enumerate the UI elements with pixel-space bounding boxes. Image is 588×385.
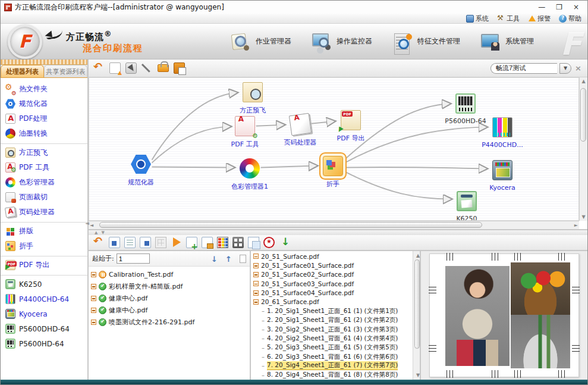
header-button-特征文件管理[interactable]: 特征文件管理 <box>392 33 460 51</box>
pipeline-close-button[interactable]: × <box>574 64 583 73</box>
surface-page-row[interactable]: –6. 20_Sig3_Sheet1_背面_61 (6) (文件第6页) <box>253 352 413 361</box>
sidebar-item-方正预飞[interactable]: 方正预飞 <box>1 145 87 160</box>
sidebar-item-油墨转换[interactable]: 油墨转换 <box>1 126 87 141</box>
download-icon[interactable] <box>279 237 290 248</box>
job-file-row[interactable]: 彩机样册文件-精简版.pdf <box>91 280 250 292</box>
surface-page-row[interactable]: –3. 20_Sig2_Sheet1_正面_61 (3) (文件第3页) <box>253 325 413 334</box>
job-file-row[interactable]: 健康中心.pdf <box>91 292 250 304</box>
scroll-up-arrow-icon[interactable]: ▲ <box>580 77 586 85</box>
run-icon[interactable] <box>171 237 182 248</box>
line-icon[interactable] <box>142 62 153 74</box>
surface-page-row[interactable]: –4. 20_Sig2_Sheet1_背面_61 (4) (文件第4页) <box>253 334 413 343</box>
table-icon[interactable] <box>217 237 228 248</box>
tree-expander-icon[interactable] <box>253 253 259 259</box>
menu-item-帮助[interactable]: 帮助 <box>559 14 581 23</box>
lock-file-icon[interactable] <box>202 237 213 248</box>
page-first-icon[interactable] <box>109 237 120 248</box>
maximize-button[interactable]: ❒ <box>556 1 562 13</box>
move-up-icon[interactable] <box>225 253 237 264</box>
pipeline-select-input[interactable] <box>490 63 557 74</box>
save-icon[interactable] <box>174 62 185 74</box>
sidebar-item-拼版[interactable]: 拼版 <box>1 224 87 239</box>
list-detail-icon[interactable] <box>232 237 244 248</box>
sidebar-item-热文件夹[interactable]: 热文件夹 <box>1 82 87 96</box>
canvas-horizontal-scrollbar[interactable]: ◄ ► <box>89 221 579 229</box>
workflow-node-p5600hd-64[interactable]: P5600HD-64 <box>445 93 486 125</box>
sidebar-item-页面裁切[interactable]: 页面裁切 <box>1 190 87 205</box>
surface-page-row[interactable]: –1. 20_Sig1_Sheet1_正面_61 (1) (文件第1页) <box>253 306 413 315</box>
workflow-node-k6250[interactable]: K6250 <box>446 191 488 221</box>
lock-icon[interactable] <box>158 64 169 72</box>
menu-item-工具[interactable]: 工具 <box>497 14 520 23</box>
tree-expander-icon[interactable] <box>253 299 259 305</box>
menu-item-报警[interactable]: 报警 <box>528 14 551 23</box>
surface-scroll-thumb[interactable] <box>414 259 420 349</box>
workflow-node-normalizer[interactable]: 规范化器 <box>120 154 162 187</box>
surface-file-row[interactable]: 20_51_Surface02_Surface.pdf <box>253 270 413 279</box>
page-text-icon[interactable] <box>124 237 136 248</box>
copy-icon[interactable] <box>248 237 259 248</box>
workflow-node-pdf-export[interactable]: PDF 导出 <box>330 110 372 143</box>
workflow-canvas[interactable]: 规范化器方正预飞PDF 工具页码处理器PDF 导出色彩管理器1折手P5600HD… <box>89 77 579 221</box>
scroll-right-arrow-icon[interactable]: ► <box>573 221 579 229</box>
header-button-作业管理器[interactable]: 作业管理器 <box>231 33 291 51</box>
workflow-node-pdf-tools[interactable]: PDF 工具 <box>224 116 266 149</box>
tree-expander-icon[interactable] <box>91 284 96 289</box>
sidebar-tab-共享资源列表[interactable]: 共享资源列表 <box>44 65 87 77</box>
panel-splitter[interactable]: ▲ ▼ <box>89 230 587 235</box>
page-insert-icon[interactable] <box>140 237 151 248</box>
sidebar-item-PDF 工具[interactable]: PDF 工具 <box>1 160 87 175</box>
canvas-vscroll-thumb[interactable] <box>580 88 586 142</box>
header-button-系统管理[interactable]: 系统管理 <box>480 33 534 51</box>
move-down-icon[interactable] <box>211 253 222 264</box>
pipeline-dropdown-button[interactable]: ▼ <box>559 63 571 74</box>
grid-disabled-icon[interactable] <box>155 237 166 248</box>
menu-item-系统[interactable]: 系统 <box>466 14 489 23</box>
surface-file-row[interactable]: 20_61_Surface.pdf <box>253 298 413 306</box>
sidebar-item-规范化器[interactable]: 规范化器 <box>1 96 87 111</box>
new-page-icon[interactable] <box>240 255 246 263</box>
sidebar-item-PDF处理[interactable]: PDF处理 <box>1 111 87 126</box>
surface-file-row[interactable]: 20_51_Surface.pdf <box>253 252 413 261</box>
job-file-row[interactable]: 健康中心.pdf <box>91 304 250 316</box>
sidebar-item-P4400CHD-64[interactable]: P4400CHD-64 <box>1 292 87 306</box>
surface-page-row[interactable]: –2. 20_Sig1_Sheet1_背面_61 (2) (文件第2页) <box>253 316 413 325</box>
workflow-node-color-manager-1[interactable]: 色彩管理器1 <box>229 158 271 191</box>
tree-expander-icon[interactable] <box>91 308 96 313</box>
sidebar-tab-处理器列表[interactable]: 处理器列表 <box>1 65 44 77</box>
workflow-node-preflight[interactable]: 方正预飞 <box>232 82 273 115</box>
tree-expander-icon[interactable] <box>91 320 96 325</box>
sidebar-item-Kyocera[interactable]: Kyocera <box>1 306 87 321</box>
workflow-node-kyocera[interactable]: Kyocera <box>482 160 523 192</box>
workflow-node-page-number-processor[interactable]: 页码处理器 <box>279 114 321 147</box>
tree-expander-icon[interactable] <box>253 272 259 277</box>
tree-expander-icon[interactable] <box>253 290 259 296</box>
sidebar-item-P5600HD-64[interactable]: P5600HD-64 <box>1 336 87 351</box>
sidebar-collapse-handle[interactable]: ◄ <box>85 220 89 226</box>
tree-expander-icon[interactable] <box>253 263 259 268</box>
surface-tree-scrollbar[interactable]: ▲ ▼ <box>413 251 421 380</box>
job-file-row[interactable]: 喷墨测试文件2-216-291.pdf <box>91 316 250 328</box>
start-at-input[interactable] <box>117 253 150 264</box>
close-button[interactable]: × <box>573 1 579 13</box>
tree-expander-icon[interactable] <box>91 296 96 301</box>
undo-icon[interactable] <box>93 62 105 74</box>
sidebar-item-P5600DHD-64[interactable]: P5600DHD-64 <box>1 321 87 336</box>
canvas-hscroll-thumb[interactable] <box>99 222 482 228</box>
scroll-left-arrow-icon[interactable]: ◄ <box>89 221 95 229</box>
canvas-vertical-scrollbar[interactable]: ▲ ▼ <box>579 77 587 221</box>
surface-scroll-up-icon[interactable]: ▲ <box>415 252 421 259</box>
header-button-操作监控器[interactable]: 操作监控器 <box>312 33 372 51</box>
workflow-node-p4400chd[interactable]: P4400CHD... <box>482 117 523 149</box>
surface-file-row[interactable]: 20_51_Surface03_Surface.pdf <box>253 279 413 288</box>
sidebar-item-K6250[interactable]: K6250 <box>1 277 87 292</box>
workflow-node-folding[interactable]: 折手 <box>312 156 354 189</box>
surface-page-row[interactable]: –7. 20_Sig4_Sheet1_正面_61 (7) (文件第7页) <box>253 361 413 370</box>
minimize-button[interactable]: — <box>538 1 545 13</box>
surface-file-row[interactable]: 20_51_Surface04_Surface.pdf <box>253 288 413 297</box>
sidebar-item-折手[interactable]: 折手 <box>1 239 87 253</box>
surface-file-row[interactable]: 20_51_Surface01_Surface.pdf <box>253 261 413 270</box>
new-file-icon[interactable] <box>109 62 121 74</box>
surface-page-row[interactable]: –5. 20_Sig3_Sheet1_正面_61 (5) (文件第5页) <box>253 343 413 352</box>
surface-page-row[interactable]: –8. 20_Sig4_Sheet1_背面_61 (8) (文件第8页) <box>253 371 413 380</box>
